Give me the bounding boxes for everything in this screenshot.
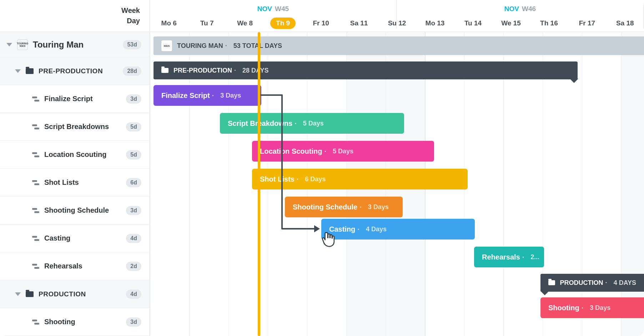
folder-icon xyxy=(26,291,34,297)
task-bar-days: 6 Days xyxy=(305,176,326,183)
phase-bar-sub: 28 DAYS xyxy=(242,67,268,74)
task-bar-label: Shot Lists xyxy=(260,175,295,183)
task-icon xyxy=(32,236,39,241)
sidebar-row-label: Shooting Schedule xyxy=(44,206,126,214)
task-bar-shooting[interactable]: Shooting· 3 Days xyxy=(540,297,644,318)
project-summary-bar[interactable]: MAN TOURING MAN · 53 TOTAL DAYS xyxy=(154,36,644,55)
sidebar-row-label: Shot Lists xyxy=(44,178,126,187)
task-bar-rehearsals[interactable]: Rehearsals· 2... xyxy=(474,247,544,267)
task-icon xyxy=(32,152,39,157)
sidebar: TOURING MAN Touring Man 53d PRE-PRODUCTI… xyxy=(0,32,150,336)
task-bar-days: 3 Days xyxy=(368,203,389,211)
sidebar-project-row[interactable]: TOURING MAN Touring Man 53d xyxy=(0,32,149,57)
phase-bar-preproduction[interactable]: PRE-PRODUCTION · 28 DAYS xyxy=(154,61,578,79)
sidebar-row-duration: 3d xyxy=(126,94,141,104)
task-icon xyxy=(32,208,39,213)
sidebar-task-row[interactable]: Script Breakdowns5d xyxy=(0,113,149,141)
sidebar-row-label: Script Breakdowns xyxy=(44,123,126,131)
phase-bar-sub: 4 DAYS xyxy=(614,279,636,287)
task-icon xyxy=(32,320,39,325)
sidebar-project-name: Touring Man xyxy=(33,40,123,50)
sidebar-phase-row[interactable]: PRE-PRODUCTION28d xyxy=(0,57,149,85)
sidebar-row-duration: 28d xyxy=(123,66,141,76)
task-bar-label: Location Scouting xyxy=(260,147,322,155)
dependency-line xyxy=(281,94,283,229)
chevron-down-icon[interactable] xyxy=(15,69,21,73)
folder-icon xyxy=(161,68,168,73)
today-marker xyxy=(258,32,260,336)
day-column[interactable]: Fr 10 xyxy=(302,19,340,27)
day-column[interactable]: We 8 xyxy=(226,19,264,27)
day-column[interactable]: Sa 11 xyxy=(340,19,378,27)
sidebar-row-label: PRE-PRODUCTION xyxy=(39,67,123,75)
task-bar-days: 2... xyxy=(530,253,539,261)
sidebar-row-duration: 2d xyxy=(126,262,141,271)
day-column[interactable]: Fr 17 xyxy=(568,19,606,27)
task-bar-shot-lists[interactable]: Shot Lists· 6 Days xyxy=(252,169,468,189)
sidebar-row-duration: 4d xyxy=(126,234,141,243)
sidebar-task-row[interactable]: Shooting3d xyxy=(0,308,149,336)
folder-icon xyxy=(26,68,34,74)
task-icon xyxy=(32,264,39,269)
day-column[interactable]: Tu 14 xyxy=(454,19,492,27)
day-column[interactable]: Mo 13 xyxy=(416,19,454,27)
day-column[interactable]: Sa 18 xyxy=(606,19,644,27)
day-column[interactable]: Th 9 xyxy=(264,18,302,29)
project-logo-icon: MAN xyxy=(161,40,172,51)
chevron-down-icon[interactable] xyxy=(15,292,21,296)
sidebar-row-label: Casting xyxy=(44,234,126,242)
phase-bar-label: PRODUCTION xyxy=(560,279,603,287)
sidebar-row-label: Finalize Script xyxy=(44,95,126,103)
task-bar-days: 5 Days xyxy=(303,120,324,127)
sidebar-task-row[interactable]: Finalize Script3d xyxy=(0,85,149,113)
task-bar-script-breakdowns[interactable]: Script Breakdowns· 5 Days xyxy=(220,113,404,134)
task-bar-casting[interactable]: Casting· 4 Days xyxy=(321,219,475,239)
day-column[interactable]: Th 16 xyxy=(530,19,568,27)
timeline[interactable]: MAN TOURING MAN · 53 TOTAL DAYS PRE-PROD… xyxy=(150,32,644,336)
sidebar-task-row[interactable]: Shot Lists6d xyxy=(0,169,149,197)
day-column[interactable]: We 15 xyxy=(492,19,530,27)
dependency-line xyxy=(281,228,315,229)
header-calendar[interactable]: NOV W45 NOV W46 Mo 6Tu 7We 8Th 9Fr 10Sa … xyxy=(150,0,644,32)
sidebar-project-duration: 53d xyxy=(123,40,141,49)
sidebar-task-row[interactable]: Shooting Schedule3d xyxy=(0,197,149,224)
sidebar-row-label: Shooting xyxy=(44,318,126,326)
day-column[interactable]: Su 12 xyxy=(378,19,416,27)
today-pill[interactable]: Th 9 xyxy=(270,18,296,29)
timeline-bars: MAN TOURING MAN · 53 TOTAL DAYS PRE-PROD… xyxy=(150,32,644,336)
sidebar-row-duration: 5d xyxy=(126,122,141,132)
sidebar-phase-row[interactable]: PRODUCTION4d xyxy=(0,280,149,308)
sidebar-row-duration: 5d xyxy=(126,150,141,159)
project-logo-icon: TOURING MAN xyxy=(17,39,28,50)
task-bar-label: Shooting Schedule xyxy=(293,203,357,211)
sidebar-row-label: Location Scouting xyxy=(44,150,126,159)
sidebar-task-row[interactable]: Rehearsals2d xyxy=(0,252,149,280)
phase-bar-tail xyxy=(570,79,578,83)
day-column[interactable]: Tu 7 xyxy=(188,19,226,27)
task-bar-shooting-schedule[interactable]: Shooting Schedule· 3 Days xyxy=(285,197,403,217)
project-summary-name: TOURING MAN xyxy=(177,42,223,50)
dependency-arrow-icon xyxy=(314,225,320,232)
header-week-label: Week xyxy=(121,6,140,15)
task-bar-finalize-script[interactable]: Finalize Script· 3 Days xyxy=(154,85,261,106)
task-bar-days: 3 Days xyxy=(590,304,610,312)
task-bar-location-scouting[interactable]: Location Scouting· 5 Days xyxy=(252,141,434,162)
chevron-down-icon[interactable] xyxy=(6,43,12,46)
sidebar-row-label: PRODUCTION xyxy=(39,290,126,298)
header-day-label: Day xyxy=(127,17,140,25)
task-bar-label: Shooting xyxy=(548,304,579,312)
pointer-cursor-icon xyxy=(321,231,336,248)
sidebar-task-row[interactable]: Location Scouting5d xyxy=(0,141,149,169)
sidebar-task-row[interactable]: Casting4d xyxy=(0,224,149,252)
sidebar-row-duration: 3d xyxy=(126,317,141,327)
sidebar-row-label: Rehearsals xyxy=(44,262,126,270)
day-column[interactable]: Mo 6 xyxy=(150,19,188,27)
task-bar-days: 4 Days xyxy=(366,226,387,233)
task-bar-label: Finalize Script xyxy=(161,92,210,100)
phase-bar-production[interactable]: PRODUCTION · 4 DAYS xyxy=(540,274,644,292)
folder-icon xyxy=(548,280,555,285)
header-left: Week Day xyxy=(0,0,150,32)
sidebar-row-duration: 6d xyxy=(126,178,141,187)
task-bar-days: 3 Days xyxy=(220,92,241,99)
task-icon xyxy=(32,124,39,129)
